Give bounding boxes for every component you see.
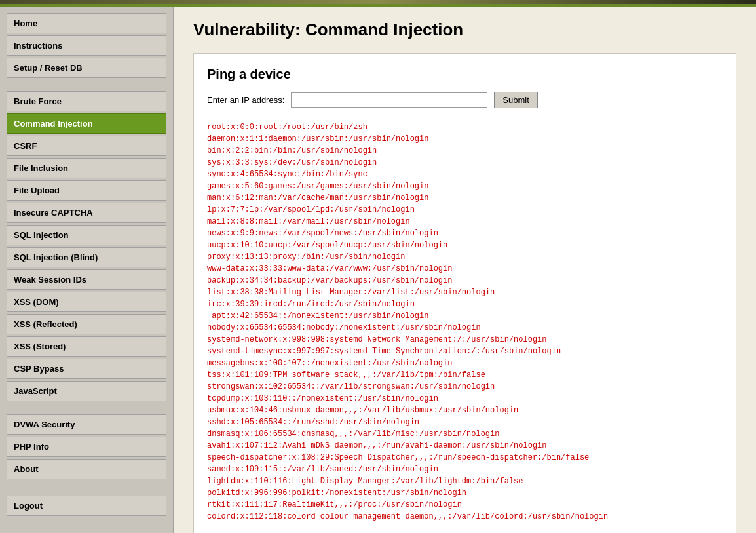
sidebar-item-xss-dom[interactable]: XSS (DOM) [7,292,166,312]
ip-address-input[interactable] [291,92,487,108]
sidebar-item-javascript[interactable]: JavaScript [7,381,166,401]
sidebar-item-brute-force[interactable]: Brute Force [7,91,166,111]
card-title: Ping a device [207,67,723,82]
sidebar-item-file-inclusion[interactable]: File Inclusion [7,158,166,178]
ping-card: Ping a device Enter an IP address: Submi… [193,53,736,533]
command-output: root:x:0:0:root:/root:/usr/bin/zsh daemo… [207,121,723,523]
sidebar-item-about[interactable]: About [7,459,166,479]
sidebar-bottom-group: DVWA Security PHP Info About [7,414,166,479]
sidebar-spacer-1 [7,85,166,91]
sidebar-spacer-3 [7,486,166,492]
sidebar-item-sql-injection-blind[interactable]: SQL Injection (Blind) [7,247,166,267]
ping-label: Enter an IP address: [207,95,284,105]
sidebar-item-xss-stored[interactable]: XSS (Stored) [7,336,166,357]
sidebar-item-file-upload[interactable]: File Upload [7,180,166,201]
sidebar-item-insecure-captcha[interactable]: Insecure CAPTCHA [7,203,166,223]
sidebar: Home Instructions Setup / Reset DB Brute… [0,7,174,533]
sidebar-item-dvwa-security[interactable]: DVWA Security [7,414,166,435]
sidebar-item-instructions[interactable]: Instructions [7,35,166,56]
submit-button[interactable]: Submit [494,92,537,108]
main-content: Vulnerability: Command Injection Ping a … [174,7,756,533]
ping-form: Enter an IP address: Submit [207,92,723,108]
sidebar-spacer-2 [7,408,166,414]
sidebar-item-home[interactable]: Home [7,13,166,33]
sidebar-item-setup[interactable]: Setup / Reset DB [7,58,166,78]
page-title: Vulnerability: Command Injection [193,20,736,40]
sidebar-vuln-group: Brute Force Command Injection CSRF File … [7,91,166,401]
logout-button[interactable]: Logout [7,496,166,516]
sidebar-item-command-injection[interactable]: Command Injection [7,113,166,134]
sidebar-item-php-info[interactable]: PHP Info [7,437,166,457]
sidebar-top-group: Home Instructions Setup / Reset DB [7,13,166,78]
sidebar-item-csp-bypass[interactable]: CSP Bypass [7,359,166,379]
sidebar-item-weak-session-ids[interactable]: Weak Session IDs [7,269,166,290]
sidebar-item-xss-reflected[interactable]: XSS (Reflected) [7,314,166,334]
sidebar-item-sql-injection[interactable]: SQL Injection [7,225,166,245]
sidebar-item-csrf[interactable]: CSRF [7,136,166,156]
